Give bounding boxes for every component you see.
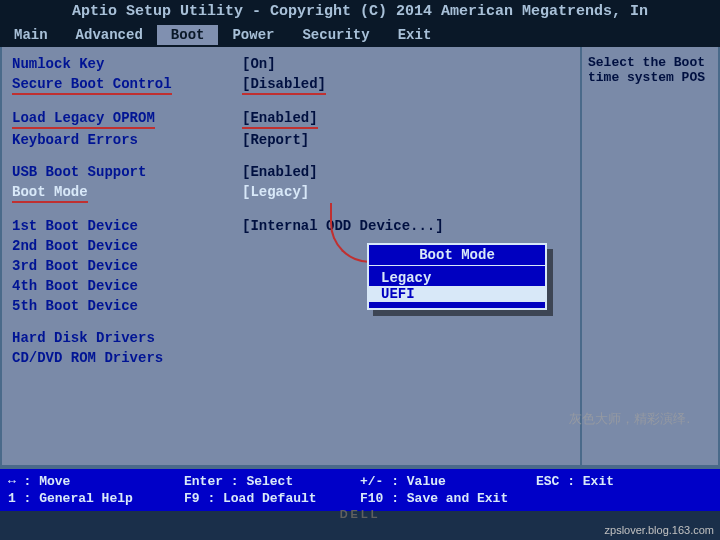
- footer-save-exit: F10 : Save and Exit: [360, 490, 536, 507]
- setting-label: CD/DVD ROM Drivers: [12, 349, 242, 367]
- setting-value: [Legacy]: [242, 183, 309, 203]
- setting-value: [Internal ODD Device...]: [242, 217, 444, 235]
- menu-main[interactable]: Main: [0, 25, 62, 45]
- setting-numlock[interactable]: Numlock Key [On]: [12, 55, 570, 73]
- setting-label: 2nd Boot Device: [12, 237, 242, 255]
- header-title: Aptio Setup Utility - Copyright (C) 2014…: [72, 3, 648, 20]
- setting-cddvd-drivers[interactable]: CD/DVD ROM Drivers: [12, 349, 570, 367]
- setting-label: Keyboard Errors: [12, 131, 242, 149]
- setting-label: USB Boot Support: [12, 163, 242, 181]
- menu-exit[interactable]: Exit: [384, 25, 446, 45]
- footer-load-default: F9 : Load Default: [184, 490, 360, 507]
- settings-panel: Numlock Key [On] Secure Boot Control [Di…: [2, 47, 580, 465]
- setting-label: Hard Disk Drivers: [12, 329, 242, 347]
- setting-label: 1st Boot Device: [12, 217, 242, 235]
- setting-boot-1[interactable]: 1st Boot Device [Internal ODD Device...]: [12, 217, 570, 235]
- setting-value: [Disabled]: [242, 75, 326, 95]
- menu-security[interactable]: Security: [288, 25, 383, 45]
- setting-secure-boot[interactable]: Secure Boot Control [Disabled]: [12, 75, 570, 95]
- setting-label: 3rd Boot Device: [12, 257, 242, 275]
- popup-option-legacy[interactable]: Legacy: [369, 270, 545, 286]
- popup-option-uefi[interactable]: UEFI: [369, 286, 545, 302]
- setting-keyboard-errors[interactable]: Keyboard Errors [Report]: [12, 131, 570, 149]
- boot-mode-popup: Boot Mode Legacy UEFI: [367, 243, 547, 310]
- setting-label: Secure Boot Control: [12, 75, 242, 95]
- setting-value: [Enabled]: [242, 109, 318, 129]
- menubar: Main Advanced Boot Power Security Exit: [0, 23, 720, 47]
- footer-select: Enter : Select: [184, 473, 360, 490]
- popup-title: Boot Mode: [369, 247, 545, 266]
- setting-value: [Report]: [242, 131, 309, 149]
- help-text: Select the Boot time system POS: [588, 55, 712, 85]
- menu-power[interactable]: Power: [218, 25, 288, 45]
- footer-move: ↔ : Move: [8, 473, 184, 490]
- setting-label: Boot Mode: [12, 183, 242, 203]
- blog-url: zpslover.blog.163.com: [605, 524, 714, 536]
- footer-help-key: 1 : General Help: [8, 490, 184, 507]
- footer-exit: ESC : Exit: [536, 473, 712, 490]
- footer-value: +/- : Value: [360, 473, 536, 490]
- footer-help: ↔ : Move Enter : Select +/- : Value ESC …: [0, 467, 720, 511]
- setting-usb-boot[interactable]: USB Boot Support [Enabled]: [12, 163, 570, 181]
- setting-hdd-drivers[interactable]: Hard Disk Drivers: [12, 329, 570, 347]
- setting-boot-mode[interactable]: Boot Mode [Legacy]: [12, 183, 570, 203]
- setting-value: [Enabled]: [242, 163, 318, 181]
- watermark-text: 灰色大师，精彩演绎.: [569, 410, 690, 428]
- menu-boot[interactable]: Boot: [157, 25, 219, 45]
- setting-label: Load Legacy OPROM: [12, 109, 242, 129]
- setting-load-legacy-oprom[interactable]: Load Legacy OPROM [Enabled]: [12, 109, 570, 129]
- setting-label: 4th Boot Device: [12, 277, 242, 295]
- bios-header: Aptio Setup Utility - Copyright (C) 2014…: [0, 0, 720, 23]
- setting-label: 5th Boot Device: [12, 297, 242, 315]
- setting-value: [On]: [242, 55, 276, 73]
- footer-spacer: [536, 490, 712, 507]
- help-panel: Select the Boot time system POS: [580, 47, 718, 465]
- brand-label: DELL: [340, 508, 381, 520]
- setting-label: Numlock Key: [12, 55, 242, 73]
- main-area: Numlock Key [On] Secure Boot Control [Di…: [0, 47, 720, 467]
- menu-advanced[interactable]: Advanced: [62, 25, 157, 45]
